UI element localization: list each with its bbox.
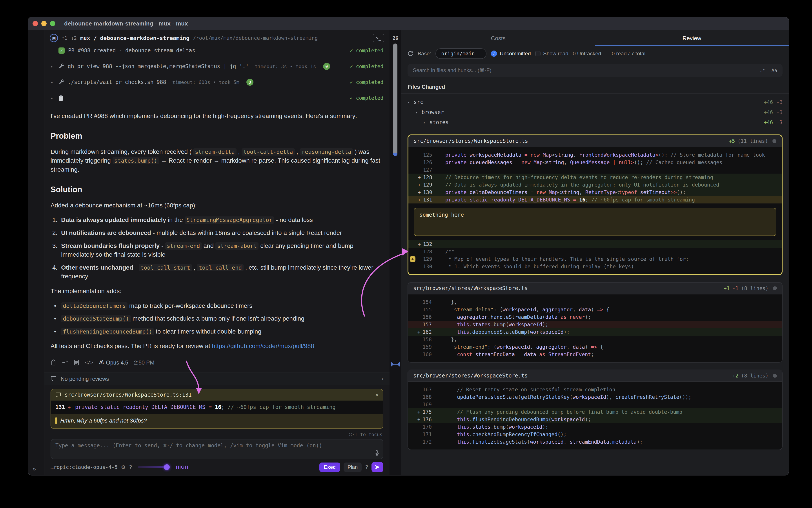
diff-hunk-card[interactable]: src/browser/stores/WorkspaceStore.ts+5(1… bbox=[408, 134, 782, 275]
diff-line[interactable]: 171 this.checkAndBumpRecencyIfChanged(); bbox=[408, 431, 782, 438]
zoom-window-button[interactable] bbox=[50, 21, 55, 26]
tree-chevron-icon[interactable]: ▾ bbox=[408, 100, 414, 104]
copy-icon[interactable] bbox=[50, 359, 56, 366]
diff-line[interactable]: 130 * 1. Which events should be buffered… bbox=[408, 263, 782, 270]
diff-line[interactable]: 155 "stream-delta": (workspaceId, aggreg… bbox=[408, 306, 782, 313]
unread-dot-icon[interactable] bbox=[773, 374, 777, 378]
close-window-button[interactable] bbox=[33, 21, 38, 26]
task-row[interactable]: ▸✓ completed bbox=[50, 90, 383, 106]
code-icon[interactable]: </> bbox=[85, 360, 93, 365]
expand-sidebar-button[interactable]: » bbox=[33, 465, 36, 472]
unread-dot-icon[interactable] bbox=[772, 139, 776, 143]
diff-line[interactable]: 128 /** bbox=[408, 248, 782, 255]
pending-reviews-bar[interactable]: No pending reviews › bbox=[44, 372, 390, 385]
chat-scroll-area[interactable]: ✓PR #988 created - debounce stream delta… bbox=[44, 46, 390, 372]
tab-review[interactable]: Review bbox=[595, 30, 789, 46]
expand-chevron-icon[interactable]: ▸ bbox=[50, 95, 55, 101]
review-comment-draft[interactable]: Hmm, why a 60fps and not 30fps? bbox=[51, 414, 383, 428]
code-text: updatePersistedState(getRetryStateKey(wo… bbox=[434, 394, 691, 400]
requeue-icon[interactable] bbox=[62, 360, 68, 365]
search-input[interactable]: Search in files and hunks... (⌘·F) .* Aa bbox=[408, 64, 782, 77]
chevron-right-icon[interactable]: › bbox=[381, 376, 383, 382]
diff-line[interactable]: 126 private queuedMessages = new Map<str… bbox=[408, 159, 782, 166]
scrollbar-thumb[interactable] bbox=[393, 43, 397, 156]
diff-line[interactable]: 170 this.states.bump(workspaceId); bbox=[408, 423, 782, 431]
line-number: 156 bbox=[422, 314, 432, 320]
plan-mode-button[interactable]: Plan bbox=[343, 463, 362, 472]
diff-hunk-body: 154 },155 "stream-delta": (workspaceId, … bbox=[408, 294, 782, 362]
unread-dot-icon[interactable] bbox=[773, 286, 777, 290]
expand-chevron-icon[interactable]: ▸ bbox=[50, 80, 55, 85]
diff-line[interactable]: 158 }, bbox=[408, 336, 782, 343]
diff-line[interactable]: 160 const streamEndData = data as Stream… bbox=[408, 351, 782, 358]
diff-line[interactable]: +129 // Data is always updated immediate… bbox=[408, 181, 782, 188]
base-branch-input[interactable]: origin/main bbox=[436, 48, 486, 59]
open-terminal-button[interactable]: >_ bbox=[373, 34, 384, 42]
uncommitted-checkbox[interactable]: ✓ Uncommitted bbox=[491, 50, 531, 57]
diff-line[interactable]: 125 private workspaceMetadata = new Map<… bbox=[408, 151, 782, 159]
tree-chevron-icon[interactable]: ▸ bbox=[423, 120, 430, 125]
diff-line[interactable]: +131 private static readonly DELTA_DEBOU… bbox=[408, 196, 782, 204]
diff-line[interactable]: 169 bbox=[408, 401, 782, 408]
task-row[interactable]: ✓PR #988 created - debounce stream delta… bbox=[50, 46, 383, 58]
exec-mode-button[interactable]: Exec bbox=[319, 463, 340, 472]
model-selector[interactable]: …ropic:claude-opus-4-5 bbox=[50, 464, 118, 470]
diff-line[interactable]: +132 bbox=[408, 240, 782, 248]
diff-line[interactable]: 167 // Reset retry state on successful s… bbox=[408, 386, 782, 393]
model-help-icon[interactable]: ? bbox=[129, 464, 132, 470]
diff-hunk-card[interactable]: src/browser/stores/WorkspaceStore.ts+1-1… bbox=[408, 282, 782, 363]
diff-line[interactable]: +129 * Map of event types to their handl… bbox=[408, 255, 782, 263]
diff-hunk-header[interactable]: src/browser/stores/WorkspaceStore.ts+2(8… bbox=[408, 370, 782, 382]
comment-marker-icon[interactable]: + bbox=[410, 256, 415, 262]
diff-line[interactable]: 168 updatePersistedState(getRetryStateKe… bbox=[408, 393, 782, 401]
refresh-icon[interactable] bbox=[408, 51, 413, 56]
pr-link[interactable]: https://github.com/coder/mux/pull/988 bbox=[212, 343, 314, 349]
case-toggle-icon[interactable]: Aa bbox=[772, 68, 777, 73]
minimize-window-button[interactable] bbox=[41, 21, 47, 26]
document-icon[interactable] bbox=[74, 359, 79, 366]
resize-handle-icon[interactable] bbox=[391, 361, 400, 367]
mode-help-icon[interactable]: ? bbox=[365, 464, 368, 470]
gear-icon[interactable]: ⚙ bbox=[121, 464, 126, 470]
diff-line[interactable]: +162 this.debouncedStateBump(workspaceId… bbox=[408, 328, 782, 336]
draft-text[interactable]: Hmm, why a 60fps and not 30fps? bbox=[60, 417, 147, 424]
tree-row-browser[interactable]: ▾browser+46-3 bbox=[408, 107, 782, 117]
inline-comment-draft[interactable]: something here bbox=[414, 208, 776, 236]
diff-line[interactable]: 156 aggregator.handleStreamDelta(data as… bbox=[408, 313, 782, 321]
diff-line[interactable]: 159 "stream-end": (workspaceId, aggregat… bbox=[408, 343, 782, 351]
message-input[interactable]: Type a message... (Enter to send, ⌘·/ to… bbox=[50, 439, 383, 459]
diff-hunk-card[interactable]: src/browser/stores/WorkspaceStore.ts+2(8… bbox=[408, 370, 782, 450]
panel-divider[interactable]: 26 bbox=[390, 30, 401, 475]
diff-line[interactable]: +175 // Flush any pending debounced bump… bbox=[408, 408, 782, 416]
tree-chevron-icon[interactable]: ▾ bbox=[415, 110, 421, 115]
slider-thumb[interactable] bbox=[164, 464, 170, 470]
microphone-icon[interactable] bbox=[374, 450, 379, 456]
tree-row-src[interactable]: ▾src+46-3 bbox=[408, 97, 782, 107]
diff-line[interactable]: +128 // Debounce timers for high-frequen… bbox=[408, 174, 782, 181]
diff-hunks-list[interactable]: src/browser/stores/WorkspaceStore.ts+5(1… bbox=[401, 130, 789, 475]
expand-chevron-icon[interactable]: ▸ bbox=[50, 64, 55, 69]
diff-line[interactable]: -157 this.states.bump(workspaceId); bbox=[408, 321, 782, 328]
show-read-checkbox[interactable]: Show read bbox=[535, 50, 568, 57]
breadcrumb[interactable]: mux / debounce-markdown-streaming bbox=[80, 35, 190, 41]
check-badge-icon: ✓ bbox=[58, 47, 65, 54]
send-button[interactable] bbox=[371, 462, 383, 472]
diff-line[interactable]: 154 }, bbox=[408, 298, 782, 306]
regex-toggle-icon[interactable]: .* bbox=[760, 68, 765, 73]
diff-hunk-header[interactable]: src/browser/stores/WorkspaceStore.ts+5(1… bbox=[408, 135, 782, 147]
workspace-icon[interactable]: ▣ bbox=[50, 34, 58, 42]
code-text: private deltaDebounceTimers = new Map<st… bbox=[434, 189, 686, 195]
thinking-level-slider[interactable] bbox=[138, 466, 169, 468]
task-row[interactable]: ▸./scripts/wait_pr_checks.sh 988timeout:… bbox=[50, 74, 383, 90]
diff-line[interactable]: +130 private deltaDebounceTimers = new M… bbox=[408, 188, 782, 196]
task-row[interactable]: ▸gh pr view 988 --json mergeable,mergeSt… bbox=[50, 58, 383, 74]
tab-costs[interactable]: Costs bbox=[401, 30, 595, 46]
diff-line[interactable]: +176 this.flushPendingDebouncedBump(work… bbox=[408, 416, 782, 423]
diff-line[interactable]: 127 bbox=[408, 166, 782, 174]
tree-row-stores[interactable]: ▸stores+46-3 bbox=[408, 117, 782, 127]
close-icon[interactable]: ✕ bbox=[376, 392, 378, 398]
message-toolbar: </> A\ Opus 4.5 2:50 PM bbox=[50, 359, 383, 366]
list-item: 1.Data is always updated immediately in … bbox=[50, 216, 383, 224]
diff-hunk-header[interactable]: src/browser/stores/WorkspaceStore.ts+1-1… bbox=[408, 283, 782, 294]
diff-line[interactable]: 172 this.finalizeUsageStats(workspaceId,… bbox=[408, 438, 782, 446]
